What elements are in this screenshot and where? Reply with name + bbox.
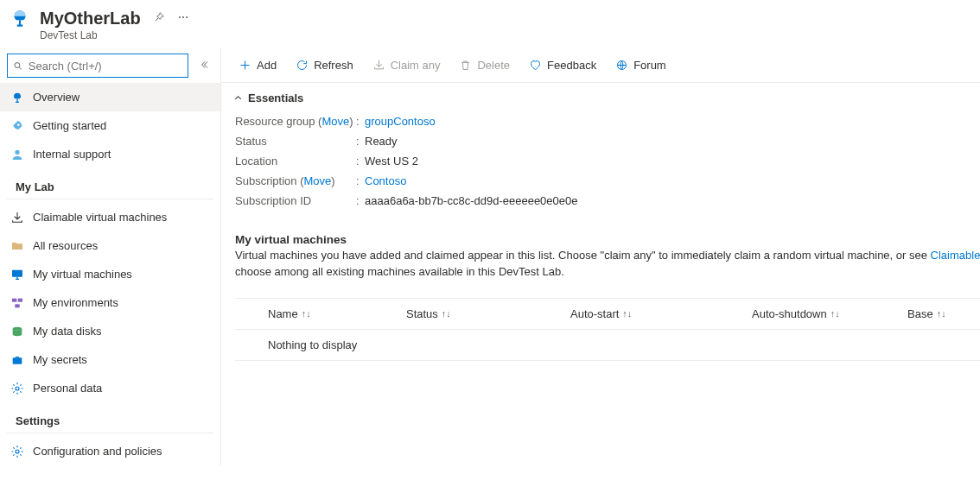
add-button[interactable]: Add — [232, 54, 283, 77]
env-icon — [10, 296, 24, 310]
chevron-up-icon — [233, 93, 243, 103]
sidebar-section-my-lab: My Lab — [7, 172, 213, 199]
vm-table: Name↑↓ Status↑↓ Auto-start↑↓ Auto-shutdo… — [235, 298, 980, 361]
svg-point-1 — [182, 16, 184, 17]
svg-point-2 — [186, 16, 188, 17]
pin-icon[interactable] — [153, 11, 165, 26]
sidebar-item-label: All resources — [33, 239, 98, 252]
page-header: MyOtherLab — [0, 0, 980, 33]
person-icon — [10, 148, 24, 161]
col-status[interactable]: Status↑↓ — [406, 307, 570, 320]
main-panel: Add Refresh Claim any Delete Feedback Fo… — [220, 48, 980, 465]
claim-any-label: Claim any — [391, 59, 441, 72]
sidebar-item-label: Overview — [33, 91, 80, 104]
feedback-label: Feedback — [547, 59, 596, 72]
refresh-label: Refresh — [314, 59, 353, 72]
refresh-button[interactable]: Refresh — [289, 54, 360, 77]
gear-icon — [10, 382, 24, 395]
sidebar-item-label: Claimable virtual machines — [33, 211, 167, 224]
col-auto-start[interactable]: Auto-start↑↓ — [570, 307, 752, 320]
sort-icon: ↑↓ — [622, 308, 632, 319]
search-input[interactable] — [29, 60, 182, 73]
page-title: MyOtherLab — [40, 9, 141, 28]
vm-table-empty: Nothing to display — [235, 329, 980, 361]
sidebar-item-label: Personal data — [33, 382, 102, 395]
essentials-panel: Resource group (Move) : groupContoso Sta… — [221, 111, 980, 224]
move-subscription-link[interactable]: Move — [304, 174, 332, 187]
svg-rect-8 — [18, 298, 22, 301]
subscription-id-value: aaaa6a6a-bb7b-cc8c-dd9d-eeeeee0e0e0e — [365, 194, 578, 207]
collapse-sidebar-icon[interactable] — [199, 60, 209, 73]
sidebar-item-internal-support[interactable]: Internal support — [0, 140, 220, 168]
col-name[interactable]: Name↑↓ — [242, 307, 406, 320]
essentials-toggle[interactable]: Essentials — [221, 83, 980, 111]
sidebar-item-my-environments[interactable]: My environments — [0, 288, 220, 317]
forum-label: Forum — [633, 59, 666, 72]
claim-any-button: Claim any — [366, 54, 448, 77]
sidebar-item-claimable-virtual-machines[interactable]: Claimable virtual machines — [0, 203, 220, 231]
svg-rect-11 — [13, 357, 22, 363]
vm-section: My virtual machines Virtual machines you… — [221, 233, 980, 361]
sidebar-item-my-virtual-machines[interactable]: My virtual machines — [0, 260, 220, 288]
location-value: West US 2 — [365, 155, 418, 167]
sidebar-section-settings: Settings — [7, 406, 213, 433]
lab-icon — [10, 91, 24, 104]
sidebar-item-label: My data disks — [33, 325, 101, 338]
resource-group-link[interactable]: groupContoso — [365, 115, 436, 128]
delete-label: Delete — [477, 59, 510, 72]
svg-rect-9 — [15, 304, 19, 307]
sidebar-item-personal-data[interactable]: Personal data — [0, 374, 220, 402]
vm-description: Virtual machines you have added and clai… — [235, 248, 980, 281]
essentials-row-subscription: Subscription (Move) : Contoso — [235, 171, 980, 191]
svg-rect-6 — [12, 269, 22, 276]
lab-icon — [9, 7, 31, 29]
sidebar-item-overview[interactable]: Overview — [0, 83, 220, 111]
sidebar-item-my-data-disks[interactable]: My data disks — [0, 317, 220, 345]
sidebar-item-label: Configuration and policies — [33, 445, 162, 458]
sidebar-item-my-secrets[interactable]: My secrets — [0, 345, 220, 374]
sidebar-item-getting-started[interactable]: Getting started — [0, 111, 220, 140]
sort-icon: ↑↓ — [830, 308, 840, 319]
gear-icon — [10, 445, 24, 458]
essentials-row-subid: Subscription ID : aaaa6a6a-bb7b-cc8c-dd9… — [235, 191, 980, 211]
svg-point-12 — [16, 387, 19, 390]
svg-point-0 — [179, 16, 181, 17]
vm-title: My virtual machines — [235, 233, 980, 246]
col-auto-shutdown[interactable]: Auto-shutdown↑↓ — [752, 307, 907, 320]
sidebar-item-label: My environments — [33, 296, 118, 309]
sidebar-item-label: Getting started — [33, 119, 106, 132]
sidebar-item-all-resources[interactable]: All resources — [0, 231, 220, 260]
forum-button[interactable]: Forum — [608, 54, 673, 77]
briefcase-icon — [10, 353, 24, 367]
svg-point-4 — [17, 123, 20, 126]
download-icon — [10, 211, 24, 224]
sidebar-item-configuration-and-policies[interactable]: Configuration and policies — [0, 437, 220, 465]
monitor-icon — [10, 268, 24, 281]
essentials-header-label: Essentials — [248, 92, 303, 104]
more-icon[interactable] — [177, 11, 189, 26]
sidebar-item-label: My virtual machines — [33, 268, 132, 281]
search-box[interactable] — [7, 54, 188, 78]
svg-point-13 — [16, 450, 19, 453]
sidebar: OverviewGetting startedInternal support … — [0, 48, 220, 465]
move-resource-group-link[interactable]: Move — [321, 115, 349, 128]
feedback-button[interactable]: Feedback — [522, 54, 603, 77]
claimable-link[interactable]: Claimable — [931, 249, 980, 262]
sort-icon: ↑↓ — [442, 308, 451, 319]
sort-icon: ↑↓ — [302, 308, 311, 319]
svg-point-5 — [15, 149, 19, 154]
page-subtitle: DevTest Lab — [40, 29, 980, 41]
disk-icon — [10, 325, 24, 338]
sort-icon: ↑↓ — [937, 308, 946, 319]
sidebar-item-label: Internal support — [33, 148, 111, 161]
col-base[interactable]: Base↑↓ — [907, 307, 980, 320]
folder-icon — [10, 239, 24, 253]
toolbar: Add Refresh Claim any Delete Feedback Fo… — [221, 48, 980, 83]
svg-point-10 — [13, 326, 22, 330]
rocket-icon — [10, 119, 24, 133]
essentials-row-status: Status : Ready — [235, 131, 980, 151]
svg-point-3 — [15, 62, 20, 67]
status-value: Ready — [365, 135, 398, 148]
essentials-row-resource-group: Resource group (Move) : groupContoso — [235, 111, 980, 131]
subscription-link[interactable]: Contoso — [365, 174, 406, 187]
